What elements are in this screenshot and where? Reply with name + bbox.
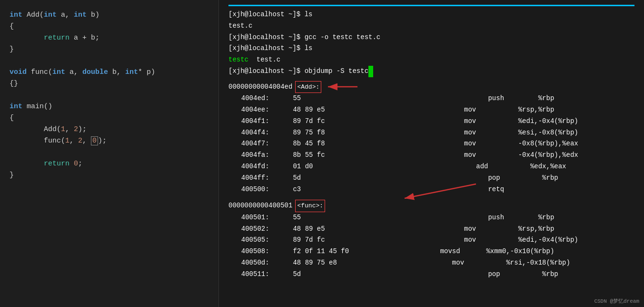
num-1: 1 bbox=[61, 125, 65, 133]
code-line-blank2 bbox=[10, 90, 209, 101]
add-arrow bbox=[324, 82, 362, 92]
asm-line-400508: 400508: f2 0f 11 45 f0 movsd %xmm0,-0x10… bbox=[228, 246, 634, 257]
term-green-testc: testc bbox=[228, 56, 248, 63]
asm-line-400502: 400502: 48 89 e5 mov %rsp,%rbp bbox=[228, 224, 634, 235]
term-line-5: testc test.c bbox=[228, 54, 634, 66]
func-hex-addr: 0000000000400501 bbox=[228, 200, 292, 212]
code-line-9: Add(1, 2); bbox=[10, 124, 209, 135]
num-3: 1 bbox=[65, 137, 69, 145]
asm-line-400505: 400505: 89 7d fc mov %edi,-0x4(%rbp) bbox=[228, 235, 634, 246]
code-line-7: int main() bbox=[10, 101, 209, 113]
keyword-int: int bbox=[10, 11, 22, 19]
code-line-5: void func(int a, double b, int* p) bbox=[10, 67, 209, 78]
asm-line-4004fd: 4004fd: 01 d0 add %edx,%eax bbox=[228, 161, 634, 173]
num-2: 2 bbox=[74, 125, 78, 133]
asm-header-func: 0000000000400501 <func>: bbox=[228, 200, 634, 212]
code-line-6: {} bbox=[10, 78, 209, 90]
code-line-2: { bbox=[10, 21, 209, 32]
asm-line-400511: 400511: 5d pop %rbp bbox=[228, 269, 634, 280]
keyword-int4: int bbox=[52, 68, 65, 76]
add-hex-addr: 00000000004004ed bbox=[228, 81, 292, 93]
term-line-3: [xjh@localhost ~]$ gcc -o testc test.c bbox=[228, 32, 634, 43]
terminal-output: [xjh@localhost ~]$ ls test.c [xjh@localh… bbox=[219, 0, 644, 307]
code-line-1: int Add(int a, int b) bbox=[10, 10, 209, 21]
term-line-2: test.c bbox=[228, 20, 634, 32]
keyword-int3: int bbox=[74, 11, 87, 19]
asm-line-4004f7: 4004f7: 8b 45 f8 mov -0x8(%rbp),%eax bbox=[228, 138, 634, 150]
code-line-11: return 0; bbox=[10, 158, 209, 170]
asm-line-4004ee: 4004ee: 48 89 e5 mov %rsp,%rbp bbox=[228, 104, 634, 116]
term-line-1: [xjh@localhost ~]$ ls bbox=[228, 9, 634, 20]
asm-line-4004f4: 4004f4: 89 75 f8 mov %esi,-0x8(%rbp) bbox=[228, 127, 634, 139]
keyword-double: double bbox=[82, 68, 108, 76]
watermark: CSDN @梦忆dream bbox=[594, 297, 639, 305]
keyword-return2: return bbox=[44, 160, 69, 168]
keyword-int5: int bbox=[125, 68, 138, 76]
keyword-return: return bbox=[44, 34, 69, 42]
keyword-int6: int bbox=[10, 102, 22, 111]
asm-header-add: 00000000004004ed <Add>: bbox=[228, 81, 634, 93]
asm-line-4004ed: 4004ed: 55 push %rbp bbox=[228, 93, 634, 104]
asm-line-400500: 400500: c3 retq bbox=[228, 184, 634, 195]
term-line-4: [xjh@localhost ~]$ ls bbox=[228, 43, 634, 54]
code-line-10: func(1, 2, 0); bbox=[10, 135, 209, 147]
code-line-4: } bbox=[10, 44, 209, 55]
asm-line-40050d: 40050d: 48 89 75 e8 mov %rsi,-0x18(%rbp) bbox=[228, 257, 634, 269]
asm-line-4004fa: 4004fa: 8b 55 fc mov -0x4(%rbp),%edx bbox=[228, 150, 634, 161]
keyword-void: void bbox=[10, 68, 27, 76]
term-line-6: [xjh@localhost ~]$ objdump -S testc bbox=[228, 66, 634, 77]
keyword-int2: int bbox=[44, 11, 57, 19]
code-line-blank3 bbox=[10, 147, 209, 158]
add-label: <Add>: bbox=[295, 81, 321, 93]
asm-line-400501: 400501: 55 push %rbp bbox=[228, 212, 634, 224]
code-editor: int Add(int a, int b) { return a + b; } … bbox=[0, 0, 219, 307]
asm-line-4004f1: 4004f1: 89 7d fc mov %edi,-0x4(%rbp) bbox=[228, 116, 634, 127]
boxed-zero: 0 bbox=[91, 136, 98, 145]
func-label: <func>: bbox=[295, 200, 325, 212]
code-line-3: return a + b; bbox=[10, 32, 209, 44]
top-border bbox=[228, 5, 634, 6]
asm-block-func: 0000000000400501 <func>: 400501: 55 push… bbox=[228, 200, 634, 280]
code-line-blank1 bbox=[10, 55, 209, 67]
asm-line-4004ff: 4004ff: 5d pop %rbp bbox=[228, 173, 634, 184]
code-line-12: } bbox=[10, 170, 209, 181]
asm-block-add: 00000000004004ed <Add>: 4004ed: 55 push … bbox=[228, 81, 634, 195]
num-4: 2 bbox=[78, 137, 82, 145]
code-line-8: { bbox=[10, 113, 209, 124]
num-0: 0 bbox=[74, 160, 78, 168]
